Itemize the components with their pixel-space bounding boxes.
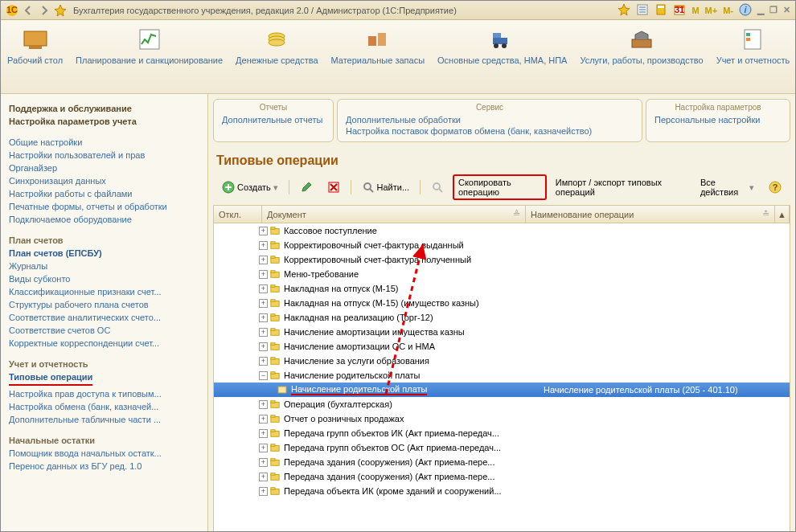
ribbon-services[interactable]: Услуги, работы, производство <box>573 20 709 93</box>
expand-icon[interactable]: + <box>259 342 268 351</box>
restore-icon[interactable]: ❐ <box>768 5 779 15</box>
table-row[interactable]: +Передача групп объектов ИК (Акт приема-… <box>214 426 790 440</box>
panel-link[interactable]: Дополнительные отчеты <box>222 114 325 125</box>
close-icon[interactable]: ✕ <box>782 5 792 15</box>
table-row[interactable]: +Кассовое поступление <box>214 223 790 238</box>
expand-icon[interactable]: + <box>259 415 268 424</box>
edit-button[interactable] <box>294 178 318 197</box>
copy-operation-button[interactable]: Скопировать операцию <box>453 174 547 200</box>
expand-icon[interactable]: + <box>259 299 268 308</box>
ribbon-planning[interactable]: Планирование и санкционирование <box>69 20 229 93</box>
info-icon[interactable]: i <box>737 3 753 18</box>
svg-rect-60 <box>271 372 275 374</box>
table-row[interactable]: +Операция (бухгалтерская) <box>214 397 790 411</box>
table-row[interactable]: +Начисление амортизации имущества казны <box>214 325 790 339</box>
expand-icon[interactable]: + <box>259 400 268 409</box>
table-row[interactable]: +Накладная на реализацию (Торг-12) <box>214 310 790 325</box>
th-name[interactable]: Наименование операции≛ <box>526 206 775 223</box>
sidebar-link[interactable]: Классификационные признаки счет... <box>9 285 207 298</box>
table-row[interactable]: +Корректировочный счет-фактура выданный <box>214 238 790 252</box>
expand-icon[interactable]: + <box>259 458 268 467</box>
sidebar-link[interactable]: Органайзер <box>9 162 207 174</box>
sidebar-head-params[interactable]: Настройка параметров учета <box>9 117 207 126</box>
sidebar-link[interactable]: Настройка обмена (банк, казначей... <box>9 400 207 413</box>
table-row[interactable]: +Накладная на отпуск (М-15) (имущество к… <box>214 296 790 310</box>
table-row[interactable]: +Отчет о розничных продажах <box>214 411 790 426</box>
delete-button[interactable] <box>322 178 346 197</box>
sidebar-link[interactable]: План счетов (ЕПСБУ) <box>9 247 207 260</box>
create-button[interactable]: Создать▾ <box>216 178 284 197</box>
table-row[interactable]: −Начисление родительской платы <box>214 368 790 383</box>
back-icon[interactable] <box>22 4 35 17</box>
sidebar-head-support[interactable]: Поддержка и обслуживание <box>9 104 207 113</box>
expand-icon[interactable]: + <box>259 313 268 322</box>
expand-icon[interactable]: + <box>259 487 268 496</box>
expand-icon[interactable]: + <box>259 270 268 279</box>
sidebar-link[interactable]: Настройка прав доступа к типовым... <box>9 387 207 400</box>
expand-icon[interactable]: + <box>259 328 268 337</box>
calendar-icon[interactable]: 31 <box>671 3 687 18</box>
expand-icon[interactable]: + <box>259 429 268 438</box>
cancel-find-button[interactable] <box>425 178 449 197</box>
sidebar-link[interactable]: Настройки пользователей и прав <box>9 149 207 162</box>
table-row[interactable]: +Передача здания (сооружения) (Акт прием… <box>214 455 790 469</box>
m-plus-btn[interactable]: M+ <box>704 6 720 15</box>
sidebar-link[interactable]: Соответствие счетов ОС <box>9 324 207 337</box>
panel-link[interactable]: Персональные настройки <box>654 114 782 125</box>
import-export-button[interactable]: Импорт / экспорт типовых операций <box>550 174 688 200</box>
folder-icon <box>270 486 281 496</box>
sidebar-link[interactable]: Печатные формы, отчеты и обработки <box>9 200 207 213</box>
table-row[interactable]: +Меню-требование <box>214 267 790 281</box>
ribbon-materials[interactable]: Материальные запасы <box>325 20 432 93</box>
ribbon-desktop[interactable]: Рабочий стол <box>1 20 69 93</box>
m-minus-btn[interactable]: M- <box>721 6 735 15</box>
expand-icon[interactable]: + <box>259 227 268 235</box>
history-icon[interactable] <box>634 3 650 18</box>
sidebar-link[interactable]: Корректные корреспонденции счет... <box>9 337 207 350</box>
ribbon-money[interactable]: Денежные средства <box>229 20 324 93</box>
panel-link[interactable]: Настройка поставок форматов обмена (банк… <box>346 125 634 137</box>
sidebar-link[interactable]: Помощник ввода начальных остатк... <box>9 447 207 460</box>
sidebar-link[interactable]: Дополнительные табличные части ... <box>9 413 207 426</box>
table-row[interactable]: +Корректировочный счет-фактура полученны… <box>214 252 790 267</box>
expand-icon[interactable]: + <box>259 241 268 250</box>
table-row[interactable]: +Начисление за услуги образования <box>214 354 790 368</box>
table-row[interactable]: +Передача здания (сооружения) (Акт прием… <box>214 469 790 484</box>
fav-icon[interactable] <box>616 3 632 18</box>
table-row[interactable]: +Накладная на отпуск (М-15) <box>214 281 790 296</box>
expand-icon[interactable]: + <box>259 284 268 293</box>
sidebar-link[interactable]: Синхронизация данных <box>9 174 207 187</box>
find-button[interactable]: Найти... <box>356 178 416 197</box>
expand-icon[interactable]: + <box>259 256 268 264</box>
help-button[interactable]: ? <box>763 178 787 197</box>
ribbon-assets[interactable]: Основные средства, НМА, НПА <box>431 20 573 93</box>
sidebar-link[interactable]: Журналы <box>9 260 207 272</box>
table-row[interactable]: +Передача объекта ИК (кроме зданий и соо… <box>214 484 790 498</box>
table-row[interactable]: +Передача групп объектов ОС (Акт приема-… <box>214 440 790 455</box>
th-doc[interactable]: Документ≜ <box>262 206 526 223</box>
sidebar-link[interactable]: Перенос данных из БГУ ред. 1.0 <box>9 460 207 473</box>
ribbon-reporting[interactable]: Учет и отчетность <box>710 20 796 93</box>
expand-icon[interactable]: + <box>259 357 268 366</box>
m-btn[interactable]: M <box>690 6 700 15</box>
all-actions-button[interactable]: Все действия▾ <box>695 174 760 200</box>
expand-icon[interactable]: + <box>259 473 268 481</box>
expand-icon[interactable]: + <box>259 444 268 452</box>
svg-rect-21 <box>493 33 501 38</box>
sidebar-link-active[interactable]: Типовые операции <box>9 370 92 386</box>
sidebar-link[interactable]: Общие настройки <box>9 136 207 149</box>
th-off[interactable]: Откл. <box>214 206 262 223</box>
table-row[interactable]: +Начисление амортизации ОС и НМА <box>214 339 790 354</box>
minimize-icon[interactable]: ▁ <box>756 5 765 15</box>
panel-link[interactable]: Дополнительные обработки <box>346 114 634 125</box>
forward-icon[interactable] <box>38 4 51 17</box>
sidebar-link[interactable]: Структуры рабочего плана счетов <box>9 298 207 311</box>
calc-icon[interactable] <box>653 3 669 18</box>
sidebar-link[interactable]: Виды субконто <box>9 272 207 285</box>
sidebar-link[interactable]: Соответствие аналитических счето... <box>9 311 207 324</box>
sidebar-link[interactable]: Подключаемое оборудование <box>9 213 207 226</box>
star-icon[interactable] <box>54 4 67 17</box>
sidebar-link[interactable]: Настройки работы с файлами <box>9 187 207 200</box>
collapse-icon[interactable]: − <box>259 371 268 380</box>
table-row[interactable]: Начисление родительской платыНачисление … <box>214 383 790 397</box>
